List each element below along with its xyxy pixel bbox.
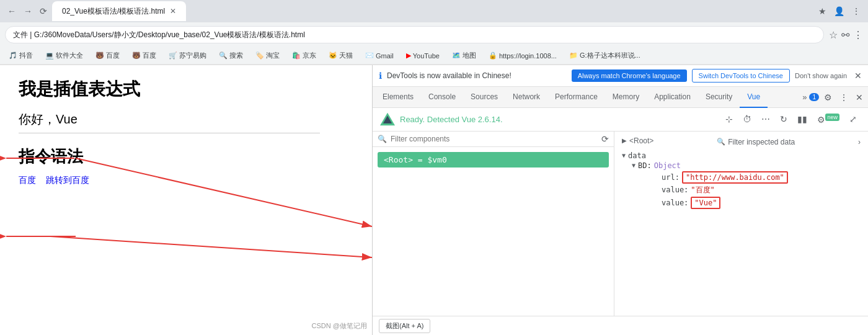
bookmark-tianmao[interactable]: 🐱 天猫 [325, 50, 356, 61]
baidu2-favicon: 🐻 [132, 51, 141, 60]
bookmark-label: Gmail [376, 52, 394, 60]
root-label: ▶ <Root> [622, 136, 653, 145]
jd-favicon: 🛍️ [292, 51, 301, 60]
screenshot-button[interactable]: 截图(Alt + A) [379, 319, 430, 333]
match-language-button[interactable]: Always match Chrome's language [572, 69, 687, 82]
data-tree: ▼ data ▼ BD: Object [622, 151, 861, 209]
new-badge: new [825, 114, 839, 121]
douyin-favicon: 🎵 [9, 51, 17, 60]
bookmark-gmail[interactable]: ✉️ Gmail [361, 50, 397, 61]
tab-network[interactable]: Network [505, 87, 547, 108]
bookmark-login[interactable]: 🔒 https://login.1008... [485, 50, 560, 61]
data-entry-url: url: "http://www.baidu.com" [662, 171, 861, 184]
bookmark-search[interactable]: 🔍 搜索 [215, 50, 247, 61]
bookmark-douyin[interactable]: 🎵 抖音 [5, 50, 37, 61]
devtools-notification: ℹ DevTools is now available in Chinese! … [373, 65, 868, 87]
value2-key: value: [662, 199, 688, 207]
bd-expand-icon: ▼ [632, 162, 636, 169]
bookmark-baidu1[interactable]: 🐻 百度 [92, 50, 123, 61]
tab-elements[interactable]: Elements [375, 87, 421, 108]
bookmark-taobao[interactable]: 🏷️ 淘宝 [252, 50, 283, 61]
menu-button[interactable]: ⋮ [849, 4, 863, 19]
bookmark-jd[interactable]: 🛍️ 京东 [288, 50, 320, 61]
main-area: 我是插值表达式 你好，Vue 指令语法 百度 跳转到百度 [0, 65, 868, 335]
devtools-menu-icon[interactable]: ⋮ [837, 90, 851, 105]
info-icon: ℹ [379, 71, 382, 81]
settings-icon[interactable]: ⋯ [758, 112, 774, 127]
devtools-main: 🔍 ⟳ <Root> = $vm0 ▶ <Root> [373, 132, 868, 316]
tab-console[interactable]: Console [421, 87, 463, 108]
bookmark-geizi[interactable]: 📁 G:格子达本科班说... [565, 50, 644, 61]
bd-header[interactable]: ▼ BD: Object [632, 161, 861, 170]
browser-tab[interactable]: 02_Vue模板语法/模板语法.html ✕ [52, 1, 186, 21]
devtools-bottom: 截图(Alt + A) [373, 316, 868, 335]
settings-icon[interactable]: ⚙ [822, 90, 835, 105]
data-header: ▶ <Root> 🔍 Filter inspected data › [622, 136, 861, 148]
vue-settings-icon[interactable]: ⚙new [813, 112, 843, 127]
bookmark-label: G:格子达本科班说... [580, 51, 640, 60]
tab-application[interactable]: Application [647, 87, 698, 108]
geizi-favicon: 📁 [569, 51, 578, 60]
external-link-icon[interactable]: ⤢ [846, 112, 861, 127]
bookmark-map[interactable]: 🗺️ 地图 [448, 50, 480, 61]
timeline-icon[interactable]: ⏱ [739, 112, 755, 127]
bookmark-label: 百度 [143, 51, 156, 60]
data-section-label: data [628, 151, 646, 160]
bookmark-star-icon[interactable]: ☆ [829, 29, 838, 41]
component-inspector-icon[interactable]: ⊹ [722, 112, 737, 127]
filter-input[interactable] [391, 135, 598, 143]
refresh-icon[interactable]: ↻ [776, 112, 791, 127]
data-entry-value1: value: "百度" [662, 185, 861, 195]
forward-button[interactable]: → [21, 4, 35, 19]
back-button[interactable]: ← [5, 4, 19, 19]
component-panel: 🔍 ⟳ <Root> = $vm0 [373, 132, 614, 316]
filter-bar: 🔍 ⟳ [373, 132, 614, 147]
tab-memory[interactable]: Memory [605, 87, 647, 108]
bookmark-youtube[interactable]: ▶ YouTube [402, 50, 443, 61]
devtools-tab-icons: » 1 ⚙ ⋮ ✕ [802, 90, 866, 105]
tab-security[interactable]: Security [698, 87, 740, 108]
expand-arrow-icon: ▶ [622, 137, 627, 144]
bookmark-suning[interactable]: 🛒 苏宁易购 [165, 50, 210, 61]
vue-logo [380, 112, 395, 127]
bookmark-software[interactable]: 💻 软件大全 [42, 50, 87, 61]
bookmark-label: 地图 [463, 51, 476, 60]
bookmark-label: 搜索 [229, 51, 243, 60]
reload-button[interactable]: ⟳ [37, 4, 50, 19]
svg-line-3 [50, 236, 372, 257]
notification-close-icon[interactable]: ✕ [854, 71, 862, 81]
tab-bar: ← → ⟳ 02_Vue模板语法/模板语法.html ✕ ★ 👤 ⋮ [0, 0, 868, 22]
profile-button[interactable]: 👤 [831, 4, 847, 19]
tab-vue[interactable]: Vue [740, 87, 768, 108]
bd-type: Object [654, 161, 681, 170]
chrome-menu-icon[interactable]: ⋮ [853, 29, 863, 41]
watermark: CSDN @做笔记用 [312, 321, 367, 331]
bar-chart-icon[interactable]: ▮▮ [794, 112, 811, 127]
extensions-icon[interactable]: ⚯ [841, 29, 849, 41]
tab-performance[interactable]: Performance [547, 87, 605, 108]
root-component[interactable]: <Root> = $vm0 [378, 152, 609, 168]
bookmark-label: 淘宝 [266, 51, 280, 60]
map-favicon: 🗺️ [452, 51, 461, 60]
bookmark-label: 苏宁易购 [179, 51, 206, 60]
tab-overflow-icon[interactable]: » [802, 92, 807, 102]
tab-sources[interactable]: Sources [463, 87, 505, 108]
tab-close-icon[interactable]: ✕ [170, 7, 176, 16]
suning-favicon: 🛒 [169, 51, 177, 60]
data-filter-icon: 🔍 [717, 138, 725, 146]
filter-refresh-icon[interactable]: ⟳ [601, 134, 609, 144]
bookmark-baidu2[interactable]: 🐻 百度 [128, 50, 160, 61]
baidu-link[interactable]: 百度 [19, 175, 36, 186]
dont-show-again-link[interactable]: Don't show again [795, 72, 847, 79]
expand-right-icon: › [858, 138, 861, 146]
data-bd-section: ▼ BD: Object url: "http://www.baidu.com" [632, 161, 861, 209]
filter-icon: 🔍 [378, 135, 387, 143]
data-section-header[interactable]: ▼ data [622, 151, 861, 160]
gmail-favicon: ✉️ [365, 51, 374, 60]
address-input[interactable] [5, 26, 824, 43]
jump-to-baidu-link[interactable]: 跳转到百度 [46, 175, 89, 186]
close-devtools-icon[interactable]: ✕ [853, 90, 866, 105]
extensions-button[interactable]: ★ [816, 4, 829, 19]
page-title: 我是插值表达式 [19, 78, 353, 101]
switch-devtools-button[interactable]: Switch DevTools to Chinese [692, 69, 790, 83]
